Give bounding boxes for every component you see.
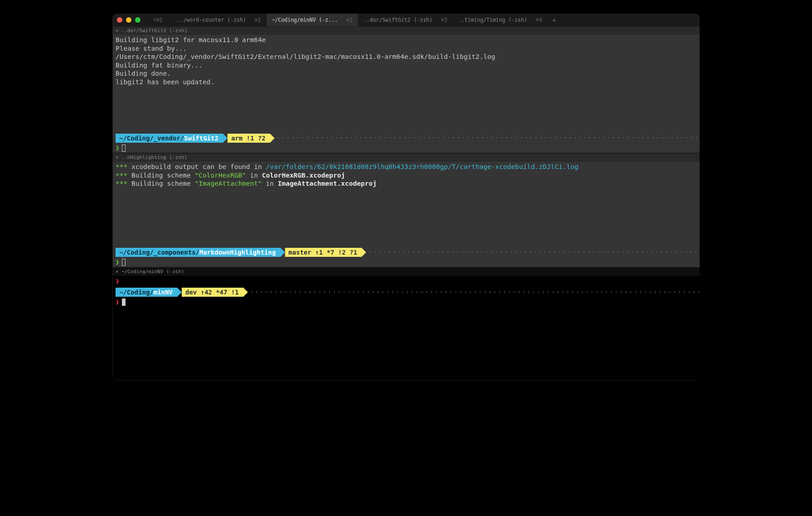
prompt-row: ~/Coding/minNV dev ↑42 *47 !1 ··········… (113, 288, 700, 297)
tab-3[interactable]: ..dor/SwiftGit2 (-zsh) ⌘3 (358, 14, 453, 26)
prompt-input-line[interactable]: ❯ (113, 143, 700, 153)
prompt-input-line[interactable]: ❯ (113, 257, 700, 267)
prompt-row: ~/Coding/_components/MarkdownHighlightin… (113, 248, 700, 257)
pane-swiftgit2[interactable]: × ..dor/SwiftGit2 (-zsh) ≡ Building libg… (112, 26, 700, 153)
prompt-filler: ········································… (362, 248, 700, 256)
prompt-arrow-icon: ❯ (116, 298, 122, 305)
close-pane-icon[interactable]: × (116, 269, 119, 275)
terminal-window: ⌥⌘2 ../word-counter (-zsh) ⌘1 ~/Coding/m… (112, 14, 700, 381)
prompt-arrow-icon: ❯ (116, 258, 122, 265)
pane-grid: × ..dor/SwiftGit2 (-zsh) ≡ Building libg… (112, 26, 700, 381)
prompt-branch: master ↑1 *7 !2 ?1 (285, 248, 362, 257)
prompt-filler: ········································… (243, 288, 700, 297)
new-tab-button[interactable]: ＋ (547, 16, 561, 24)
zoom-window-button[interactable] (135, 17, 140, 23)
cursor-icon (122, 299, 126, 306)
tab-4[interactable]: ..timing/Timing (-zsh) ⌘4 (453, 14, 547, 26)
pane-minnv[interactable]: × ~/Coding/minNV (-zsh) ≡ ❯ ~/Coding/min… (112, 267, 700, 381)
prompt-input-line-fail: ❯ (113, 276, 700, 286)
terminal-output: *** xcodebuild output can be found in /v… (113, 162, 700, 246)
prompt-path: ~/Coding/_vendor/SwiftGit2 (116, 134, 223, 143)
pane-header: × ~/Coding/minNV (-zsh) ≡ (113, 268, 700, 276)
prompt-row: ~/Coding/_vendor/SwiftGit2 arm !1 ?2 ···… (113, 134, 700, 143)
pane-markdown-highlighting[interactable]: × ..nHighlighting (-zsh) ≡ *** xcodebuil… (112, 153, 700, 267)
terminal-output: Building libgit2 for macosx11.0 arm64e P… (113, 35, 700, 132)
tab-bar: ../word-counter (-zsh) ⌘1 ~/Coding/minNV… (172, 14, 561, 26)
minimize-window-button[interactable] (126, 17, 131, 23)
close-window-button[interactable] (117, 17, 122, 23)
prompt-arrow-icon: ❯ (116, 277, 122, 285)
close-pane-icon[interactable]: × (116, 28, 119, 34)
prompt-arrow-icon: ❯ (116, 144, 122, 151)
prompt-input-line[interactable]: ❯ (113, 297, 700, 307)
close-pane-icon[interactable]: × (116, 154, 119, 161)
prompt-branch: dev ↑42 *47 !1 (182, 288, 243, 297)
prompt-path: ~/Coding/_components/MarkdownHighlightin… (116, 248, 280, 257)
cursor-icon (122, 259, 126, 266)
pane-title: ..nHighlighting (-zsh) (121, 154, 188, 161)
prompt-filler: ········································… (270, 134, 700, 142)
window-shortcut-label: ⌥⌘2 (148, 14, 168, 26)
pane-title: ~/Coding/minNV (-zsh) (121, 269, 184, 275)
tab-1[interactable]: ../word-counter (-zsh) ⌘1 (172, 14, 266, 26)
prompt-path: ~/Coding/minNV (116, 288, 177, 297)
titlebar: ⌥⌘2 ../word-counter (-zsh) ⌘1 ~/Coding/m… (112, 14, 700, 26)
pane-header: × ..dor/SwiftGit2 (-zsh) ≡ (113, 27, 700, 35)
tab-2[interactable]: ~/Coding/minNV (-z... ⌘2 (266, 14, 358, 26)
pane-header: × ..nHighlighting (-zsh) ≡ (113, 154, 700, 162)
traffic-lights (117, 17, 140, 23)
prompt-branch: arm !1 ?2 (227, 134, 270, 143)
pane-title: ..dor/SwiftGit2 (-zsh) (121, 28, 188, 34)
cursor-icon (122, 145, 126, 152)
